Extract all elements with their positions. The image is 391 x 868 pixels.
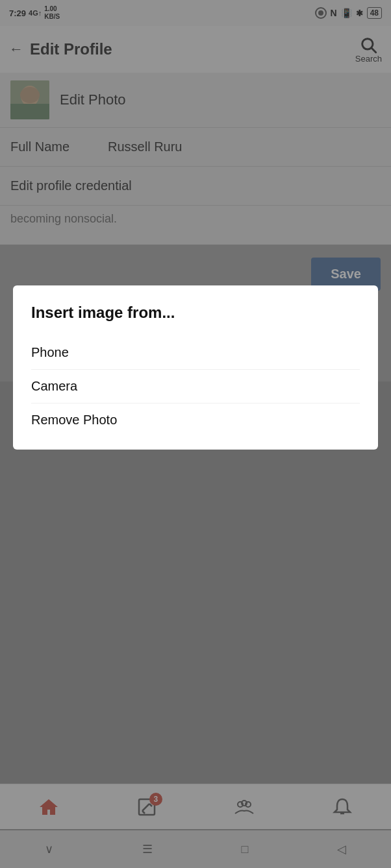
insert-image-modal: Insert image from... Phone Camera Remove… xyxy=(13,285,378,450)
option-camera[interactable]: Camera xyxy=(31,370,360,404)
modal-title: Insert image from... xyxy=(31,304,360,322)
option-remove-photo[interactable]: Remove Photo xyxy=(31,404,360,437)
option-phone[interactable]: Phone xyxy=(31,336,360,370)
